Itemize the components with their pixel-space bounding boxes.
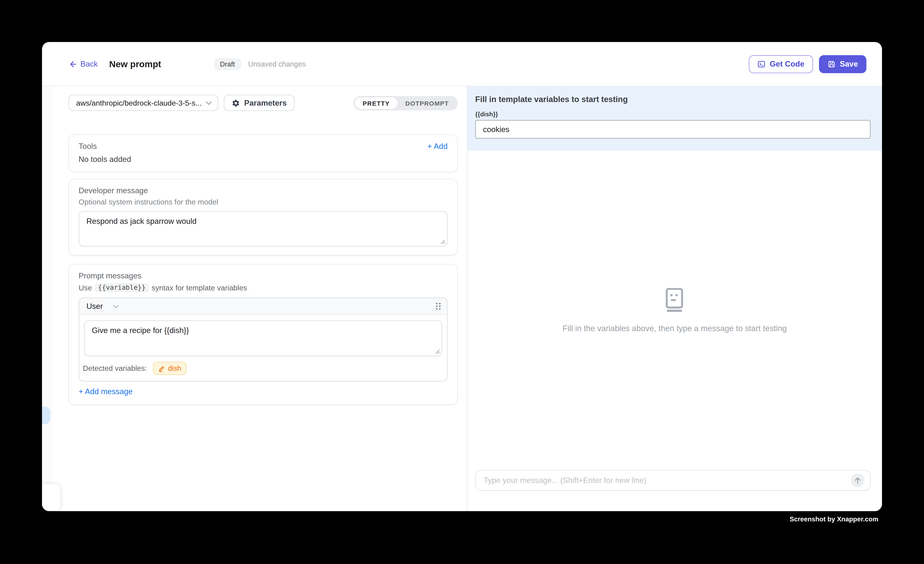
hint-suffix: syntax for template variables	[152, 284, 247, 292]
developer-message-textarea-wrap: Respond as jack sparrow would	[78, 211, 447, 247]
developer-message-section: Developer message Optional system instru…	[69, 179, 458, 255]
message-textarea[interactable]: Give me a recipe for {{dish}}	[84, 320, 442, 356]
main-area: aws/anthropic/bedrock-claude-3-5-s...	[42, 86, 882, 511]
toggle-dotprompt[interactable]: DOTPROMPT	[398, 97, 456, 109]
header: Back New prompt Draft Unsaved changes Ge…	[42, 42, 882, 86]
chat-empty-text: Fill in the variables above, then type a…	[562, 324, 787, 333]
screen: Back New prompt Draft Unsaved changes Ge…	[0, 0, 924, 564]
chat-message-input[interactable]	[476, 476, 851, 485]
message-block-header: User	[79, 298, 447, 315]
edit-pen-icon	[158, 365, 165, 372]
save-floppy-icon	[827, 60, 836, 68]
get-code-label: Get Code	[770, 59, 804, 69]
chat-footer	[468, 470, 882, 511]
tools-title: Tools	[78, 141, 97, 150]
model-selector-value: aws/anthropic/bedrock-claude-3-5-s...	[76, 99, 206, 107]
page-title: New prompt	[109, 59, 161, 69]
robot-face-icon	[666, 288, 684, 312]
developer-message-textarea[interactable]: Respond as jack sparrow would	[78, 211, 447, 247]
variable-name-label: {{dish}}	[475, 111, 871, 118]
test-panel: Fill in template variables to start test…	[468, 86, 882, 511]
save-button[interactable]: Save	[819, 55, 867, 73]
tools-section-header: Tools + Add	[78, 141, 447, 150]
hint-prefix: Use	[78, 284, 92, 292]
model-toolbar: aws/anthropic/bedrock-claude-3-5-s...	[69, 95, 458, 111]
drag-handle-icon[interactable]	[435, 302, 441, 310]
watermark-text: Screenshot by Xnapper.com	[0, 515, 878, 522]
variable-badge-dish[interactable]: dish	[153, 362, 187, 375]
tools-section: Tools + Add No tools added	[69, 134, 458, 172]
code-terminal-icon	[757, 60, 765, 68]
get-code-button[interactable]: Get Code	[748, 55, 813, 73]
chat-empty-state: Fill in the variables above, then type a…	[562, 288, 787, 333]
variable-value-input[interactable]	[475, 120, 871, 139]
parameters-label: Parameters	[244, 99, 286, 108]
variable-code-chip: {{variable}}	[95, 283, 148, 292]
detected-variables-label: Detected variables:	[83, 364, 147, 372]
editor-panel: aws/anthropic/bedrock-claude-3-5-s...	[42, 86, 468, 511]
message-block-body: Give me a recipe for {{dish}}	[79, 315, 447, 356]
background-sidebar-strip	[42, 86, 52, 484]
chat-area: Fill in the variables above, then type a…	[468, 150, 882, 470]
arrow-up-icon	[855, 477, 861, 484]
developer-message-subtitle: Optional system instructions for the mod…	[78, 198, 447, 206]
prompt-messages-title: Prompt messages	[78, 271, 447, 280]
back-label: Back	[80, 59, 98, 69]
role-selector[interactable]: User	[86, 302, 119, 311]
variable-syntax-hint: Use {{variable}} syntax for template var…	[78, 283, 447, 292]
add-message-button[interactable]: + Add message	[78, 387, 132, 396]
unsaved-changes-text: Unsaved changes	[248, 60, 306, 68]
gear-icon	[232, 99, 240, 107]
save-label: Save	[840, 59, 858, 69]
background-floating-card	[42, 484, 60, 511]
chevron-down-icon	[206, 101, 212, 105]
variables-section-title: Fill in template variables to start test…	[475, 95, 871, 104]
prompt-editor-window: Back New prompt Draft Unsaved changes Ge…	[42, 42, 882, 511]
back-button[interactable]: Back	[69, 59, 98, 69]
background-sidebar-selected-item	[42, 407, 50, 424]
tools-empty-text: No tools added	[78, 155, 447, 164]
back-arrow-icon	[69, 60, 77, 68]
developer-message-title: Developer message	[78, 186, 447, 195]
variable-badge-name: dish	[168, 364, 181, 372]
send-button[interactable]	[851, 473, 865, 487]
role-value: User	[86, 302, 103, 311]
model-selector[interactable]: aws/anthropic/bedrock-claude-3-5-s...	[69, 95, 218, 111]
chevron-down-icon	[113, 304, 119, 308]
detected-variables-row: Detected variables: dish	[79, 356, 447, 381]
prompt-messages-section: Prompt messages Use {{variable}} syntax …	[69, 264, 458, 405]
message-textarea-wrap: Give me a recipe for {{dish}}	[84, 320, 442, 356]
toggle-pretty[interactable]: PRETTY	[355, 97, 398, 109]
template-variables-section: Fill in template variables to start test…	[468, 86, 882, 150]
add-tool-button[interactable]: + Add	[428, 141, 447, 150]
parameters-button[interactable]: Parameters	[224, 95, 295, 111]
chat-input-container	[475, 470, 871, 491]
message-block: User	[78, 297, 447, 381]
view-mode-toggle: PRETTY DOTPROMPT	[354, 96, 458, 110]
status-badge: Draft	[214, 58, 241, 70]
